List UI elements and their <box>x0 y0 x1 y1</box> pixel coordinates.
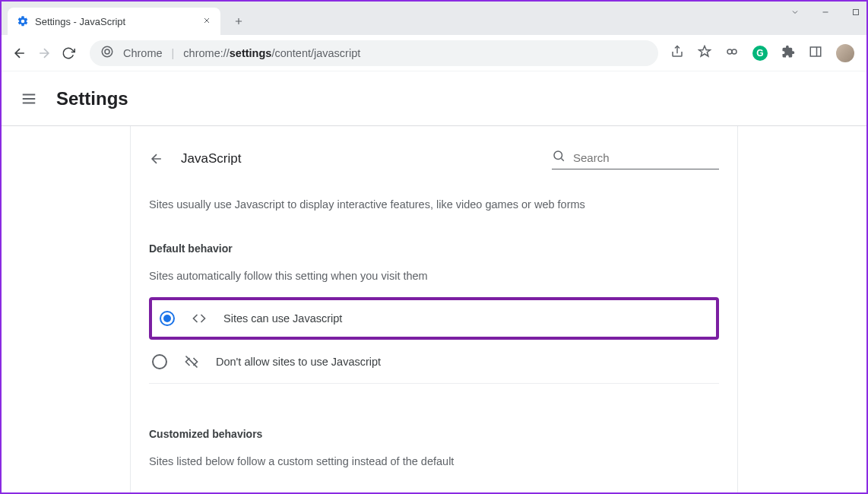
window-controls <box>790 6 860 20</box>
radio-unchecked-icon[interactable] <box>152 354 167 369</box>
maximize-icon[interactable] <box>851 6 860 20</box>
svg-point-1 <box>102 46 112 57</box>
settings-card: JavaScript Sites usually use Javascript … <box>130 126 738 492</box>
site-chip: Chrome <box>123 47 163 59</box>
code-icon <box>192 311 207 326</box>
customized-sub: Sites listed below follow a custom setti… <box>149 455 719 467</box>
gear-icon <box>17 15 29 27</box>
share-icon[interactable] <box>670 45 684 62</box>
chrome-icon <box>100 45 114 61</box>
browser-tab[interactable]: Settings - JavaScript <box>8 8 220 35</box>
tab-title: Settings - JavaScript <box>35 16 125 27</box>
code-off-icon <box>184 354 199 369</box>
section-title: JavaScript <box>181 151 241 166</box>
menu-icon[interactable] <box>20 90 38 108</box>
svg-point-2 <box>105 49 109 54</box>
back-arrow-icon[interactable] <box>149 151 164 166</box>
bookmark-icon[interactable] <box>698 45 711 62</box>
search-input[interactable] <box>573 151 719 164</box>
minimize-icon[interactable] <box>821 6 830 20</box>
option-label: Don't allow sites to use Javascript <box>216 356 381 368</box>
customized-section: Customized behaviors Sites listed below … <box>149 428 719 467</box>
address-bar[interactable]: Chrome | chrome://settings/content/javas… <box>90 40 658 66</box>
svg-point-4 <box>732 49 737 54</box>
page-title: Settings <box>56 88 128 109</box>
option-allow-javascript[interactable]: Sites can use Javascript <box>149 297 719 340</box>
link-icon[interactable] <box>725 45 739 62</box>
url-text: chrome://settings/content/javascript <box>183 47 360 59</box>
search-icon <box>552 149 565 166</box>
customized-heading: Customized behaviors <box>149 428 719 440</box>
svg-rect-5 <box>810 47 821 56</box>
svg-rect-0 <box>854 10 859 15</box>
browser-tab-bar: Settings - JavaScript <box>2 2 866 35</box>
search-field[interactable] <box>552 147 719 169</box>
chevron-down-icon[interactable] <box>790 6 800 20</box>
option-label: Sites can use Javascript <box>223 312 342 325</box>
content-area: JavaScript Sites usually use Javascript … <box>2 126 866 492</box>
back-button[interactable] <box>11 44 29 62</box>
option-block-javascript[interactable]: Don't allow sites to use Javascript <box>149 340 719 384</box>
section-header: JavaScript <box>149 147 719 169</box>
side-panel-icon[interactable] <box>809 45 822 62</box>
section-description: Sites usually use Javascript to display … <box>149 198 719 211</box>
radio-checked-icon[interactable] <box>160 311 175 326</box>
new-tab-button[interactable] <box>228 11 249 32</box>
default-behavior-heading: Default behavior <box>149 242 719 255</box>
avatar[interactable] <box>836 44 854 62</box>
settings-header: Settings <box>2 71 866 126</box>
svg-point-3 <box>727 49 732 54</box>
extensions-icon[interactable] <box>781 45 795 62</box>
grammarly-icon[interactable]: G <box>752 46 768 61</box>
browser-toolbar: Chrome | chrome://settings/content/javas… <box>2 35 866 71</box>
default-behavior-sub: Sites automatically follow this setting … <box>149 270 719 282</box>
close-icon[interactable] <box>202 16 211 27</box>
divider: | <box>172 47 175 59</box>
reload-button[interactable] <box>59 44 78 62</box>
forward-button[interactable] <box>35 44 53 62</box>
toolbar-right: G <box>670 44 857 62</box>
svg-point-7 <box>554 151 562 160</box>
